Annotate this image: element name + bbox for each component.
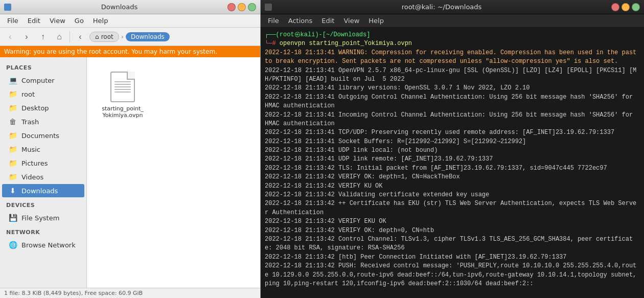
term-titlebar: root@kali: ~/Downloads [261,0,644,14]
devices-label: Devices [0,198,86,211]
term-prompt-user: ┌──(root㉿kali)-[~/Downloads] [265,31,370,38]
term-line-0: 2022-12-18 21:13:41 WARNING: Compression… [265,49,640,66]
sidebar-root-label: root [21,90,35,98]
term-line-17: 2022-12-18 21:13:42 [htb] Peer Connectio… [265,253,640,262]
sidebar-item-videos[interactable]: 📁 Videos [2,170,84,184]
term-line-7: 2022-12-18 21:13:41 UDP link local: (not… [265,146,640,155]
fm-statusbar: 1 file: 8.3 KiB (8,449 bytes), Free spac… [0,288,260,298]
fm-maximize-button[interactable] [248,3,256,11]
documents-icon: 📁 [8,131,17,140]
term-body[interactable]: ┌──(root㉿kali)-[~/Downloads] └─# openvpn… [261,28,644,298]
sidebar-item-browse-network[interactable]: 🌐 Browse Network [2,238,84,251]
term-line-14: 2022-12-18 21:13:42 VERIFY EKU OK [265,217,640,226]
forward-button[interactable]: › [19,30,34,44]
file-item-ovpn[interactable]: starting_point_Yokimiya.ovpn [97,67,148,123]
file-manager-window: Downloads File Edit View Go Help ‹ › ↑ ⌂… [0,0,261,298]
term-line-4: 2022-12-18 21:13:41 Incoming Control Cha… [265,111,640,129]
fm-warning-bar: Warning: you are using the root account.… [0,46,260,57]
fm-wm-buttons [227,3,256,11]
videos-icon: 📁 [8,173,17,181]
path-separator: › [121,33,124,40]
term-prompt-hash: └─# [265,40,280,47]
sidebar-videos-label: Videos [21,173,43,181]
term-menubar: File Actions Edit View Help [261,14,644,28]
term-menu-edit[interactable]: Edit [317,16,338,26]
address-root[interactable]: ⌂ root [89,32,119,42]
address-downloads[interactable]: Downloads [126,32,170,41]
sidebar-downloads-label: Downloads [21,187,58,195]
sidebar-music-label: Music [21,146,40,153]
file-line-1 [114,81,131,82]
term-prompt-line: ┌──(root㉿kali)-[~/Downloads] [265,31,640,39]
fm-menu-edit[interactable]: Edit [24,16,44,26]
fm-files-area: starting_point_Yokimiya.ovpn [87,57,260,288]
sidebar-item-desktop[interactable]: 📁 Desktop [2,101,84,114]
desktop-icon: 📁 [8,104,17,112]
term-line-11: 2022-12-18 21:13:42 VERIFY KU OK [265,182,640,191]
fm-menu-file[interactable]: File [3,16,22,26]
file-line-5 [114,91,131,93]
sidebar-network-label: Browse Network [21,241,76,249]
sidebar-item-filesystem[interactable]: 💾 File System [2,211,84,224]
term-menu-file[interactable]: File [264,16,283,26]
fm-close-button[interactable] [227,3,236,11]
pictures-icon: 📁 [8,159,17,167]
sidebar-computer-label: Computer [21,77,55,84]
file-line-2 [114,84,131,85]
fm-minimize-button[interactable] [238,3,246,11]
file-icon-ovpn [110,72,135,102]
network-label: Network [0,225,86,238]
sidebar-item-computer[interactable]: 💻 Computer [2,74,84,87]
term-menu-view[interactable]: View [339,16,363,26]
fm-menu-view[interactable]: View [45,16,70,26]
term-menu-help[interactable]: Help [364,16,388,26]
sidebar-documents-label: Documents [21,132,59,140]
sidebar-item-root[interactable]: 📁 root [2,87,84,101]
back-button[interactable]: ‹ [3,30,17,44]
fm-menubar: File Edit View Go Help [0,14,260,28]
term-wm-buttons [611,3,640,11]
term-line-3: 2022-12-18 21:13:41 Outgoing Control Cha… [265,93,640,111]
term-window-icon [265,4,272,11]
file-line-4 [114,89,131,90]
sidebar-item-pictures[interactable]: 📁 Pictures [2,156,84,170]
sidebar-pictures-label: Pictures [21,159,48,167]
computer-icon: 💻 [8,76,17,84]
left-arrow-button[interactable]: ‹ [73,30,87,44]
term-line-18: 2022-12-18 21:13:42 PUSH: Received contr… [265,262,640,288]
sidebar-trash-label: Trash [21,118,39,126]
fm-titlebar: Downloads [0,0,260,14]
sidebar-item-documents[interactable]: 📁 Documents [2,129,84,142]
term-line-6: 2022-12-18 21:13:41 Socket Buffers: R=[2… [265,137,640,146]
home-button[interactable]: ⌂ [52,30,66,44]
term-max-button[interactable] [632,3,640,11]
file-name-ovpn: starting_point_Yokimiya.ovpn [101,105,144,119]
term-command-line: └─# openvpn starting_point_Yokimiya.ovpn [265,39,640,48]
sidebar-item-trash[interactable]: 🗑 Trash [2,115,84,128]
term-line-8: 2022-12-18 21:13:41 UDP link remote: [AF… [265,155,640,164]
term-min-button[interactable] [622,3,630,11]
term-line-13: 2022-12-18 21:13:42 ++ Certificate has E… [265,199,640,217]
sidebar-item-downloads[interactable]: ⬇ Downloads [2,184,84,197]
up-button[interactable]: ↑ [36,30,50,44]
term-line-1: 2022-12-18 21:13:41 OpenVPN 2.5.7 x86_64… [265,66,640,84]
filesystem-icon: 💾 [8,214,17,222]
fm-toolbar: ‹ › ↑ ⌂ ‹ ⌂ root › Downloads [0,28,260,46]
fm-body: Places 💻 Computer 📁 root 📁 Desktop 🗑 Tra… [0,57,260,288]
fm-menu-go[interactable]: Go [71,16,88,26]
sidebar-filesystem-label: File System [21,214,59,222]
term-close-button[interactable] [611,3,619,11]
fm-window-icon [4,4,11,11]
term-line-10: 2022-12-18 21:13:42 VERIFY OK: depth=1, … [265,173,640,181]
toolbar-separator [70,31,70,42]
music-icon: 📁 [8,145,17,153]
term-window-title: root@kali: ~/Downloads [272,3,611,11]
term-menu-actions[interactable]: Actions [284,16,317,26]
file-icon-decoration [114,81,131,93]
fm-menu-help[interactable]: Help [89,16,112,26]
file-line-3 [114,86,131,87]
sidebar-item-music[interactable]: 📁 Music [2,143,84,156]
term-line-2: 2022-12-18 21:13:41 library versions: Op… [265,84,640,93]
term-titlebar-left [265,4,272,11]
term-line-9: 2022-12-18 21:13:42 TLS: Initial packet … [265,164,640,173]
